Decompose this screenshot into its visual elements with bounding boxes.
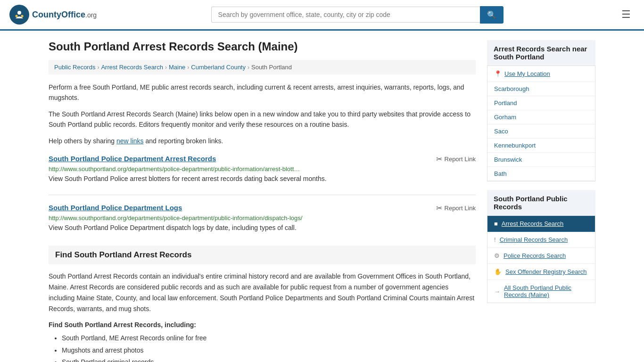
public-records-title: South Portland Public Records xyxy=(494,195,568,211)
content-area: South Portland Arrest Records Search (Ma… xyxy=(49,40,476,362)
search-input[interactable] xyxy=(211,7,480,23)
nearby-bath[interactable]: Bath xyxy=(487,167,595,181)
use-location-link[interactable]: Use My Location xyxy=(504,70,550,77)
bullet-item-1: South Portland, ME Arrest Records online… xyxy=(62,332,476,344)
all-records-link[interactable]: All South Portland Public Records (Maine… xyxy=(504,284,588,298)
breadcrumb-sep-1: › xyxy=(97,64,99,71)
search-button[interactable]: 🔍 xyxy=(480,6,504,24)
report-link-button-1[interactable]: ✂ Report Link xyxy=(436,155,476,164)
breadcrumb-sep-4: › xyxy=(248,64,249,71)
all-records-icon: → xyxy=(494,288,500,295)
location-icon: 📍 xyxy=(494,70,502,77)
breadcrumb-arrest-records-search[interactable]: Arrest Records Search xyxy=(101,64,163,71)
sidebar-item-sex-offender[interactable]: ✋ Sex Offender Registry Search xyxy=(487,264,595,280)
find-section-heading: Find South Portland Arrest Records xyxy=(49,246,476,264)
nearby-portland[interactable]: Portland xyxy=(487,96,595,110)
link-card-1-url: http://www.southportland.org/departments… xyxy=(49,165,476,173)
nearby-saco[interactable]: Saco xyxy=(487,124,595,139)
sidebar-item-criminal-records[interactable]: ! Criminal Records Search xyxy=(487,232,595,248)
svg-point-3 xyxy=(21,15,24,17)
criminal-records-icon: ! xyxy=(494,236,496,243)
svg-point-2 xyxy=(16,15,18,17)
intro-p3-post: and reporting broken links. xyxy=(144,137,223,145)
sex-offender-icon: ✋ xyxy=(494,268,502,275)
use-location[interactable]: 📍 Use My Location xyxy=(487,66,595,82)
hamburger-menu-button[interactable]: ☰ xyxy=(618,7,635,23)
header: CountyOffice.org 🔍 ☰ xyxy=(0,0,644,31)
breadcrumb-sep-3: › xyxy=(187,64,189,71)
new-links-link[interactable]: new links xyxy=(116,137,144,145)
police-records-icon: ⚙ xyxy=(494,252,500,259)
logo-text: CountyOffice.org xyxy=(32,10,97,20)
nearby-section-heading: Arrest Records Search near South Portlan… xyxy=(487,40,595,66)
police-records-link[interactable]: Police Records Search xyxy=(504,252,566,259)
public-records-section-heading: South Portland Public Records xyxy=(487,190,595,215)
nearby-scarborough[interactable]: Scarborough xyxy=(487,82,595,96)
link-card-2: South Portland Police Department Logs ✂ … xyxy=(49,204,476,237)
intro-paragraph-3: Help others by sharing new links and rep… xyxy=(49,136,476,146)
sidebar-item-all-records[interactable]: → All South Portland Public Records (Mai… xyxy=(487,280,595,303)
link-card-2-url: http://www.southportland.org/departments… xyxy=(49,214,476,222)
link-card-1-title[interactable]: South Portland Police Department Arrest … xyxy=(49,155,216,163)
arrest-records-icon: ■ xyxy=(494,220,498,227)
breadcrumb-public-records[interactable]: Public Records xyxy=(54,64,95,71)
divider-1 xyxy=(49,195,476,195)
link-card-1-desc: View South Portland Police arrest blotte… xyxy=(49,175,476,182)
breadcrumb-south-portland: South Portland xyxy=(251,64,292,71)
sidebar: Arrest Records Search near South Portlan… xyxy=(487,40,595,362)
sex-offender-link[interactable]: Sex Offender Registry Search xyxy=(505,268,586,275)
public-records-items: ■ Arrest Records Search ! Criminal Recor… xyxy=(487,215,595,303)
svg-point-1 xyxy=(17,11,21,15)
main-container: South Portland Arrest Records Search (Ma… xyxy=(39,31,605,362)
arrest-records-link[interactable]: Arrest Records Search xyxy=(502,220,564,227)
nearby-kennebunkport[interactable]: Kennebunkport xyxy=(487,139,595,153)
nearby-container: 📍 Use My Location Scarborough Portland G… xyxy=(487,66,595,181)
report-link-button-2[interactable]: ✂ Report Link xyxy=(436,204,476,213)
sidebar-item-arrest-records[interactable]: ■ Arrest Records Search xyxy=(487,216,595,232)
report-icon-1: ✂ xyxy=(436,155,442,164)
report-icon-2: ✂ xyxy=(436,204,442,213)
find-paragraph: South Portland Arrest Records contain an… xyxy=(49,271,476,314)
intro-paragraph-1: Perform a free South Portland, ME public… xyxy=(49,82,476,103)
link-card-2-desc: View South Portland Police Department di… xyxy=(49,224,476,231)
breadcrumb-sep-2: › xyxy=(165,64,167,71)
bullet-item-3: South Portland criminal records xyxy=(62,356,476,362)
nearby-gorham[interactable]: Gorham xyxy=(487,110,595,124)
intro-paragraph-2: The South Portland Arrest Records Search… xyxy=(49,109,476,130)
link-card-2-title[interactable]: South Portland Police Department Logs xyxy=(49,204,182,212)
breadcrumb-cumberland-county[interactable]: Cumberland County xyxy=(191,64,246,71)
bullet-item-2: Mugshots and arrest photos xyxy=(62,345,476,356)
breadcrumb: Public Records › Arrest Records Search ›… xyxy=(49,60,476,74)
breadcrumb-maine[interactable]: Maine xyxy=(169,64,185,71)
nearby-title: Arrest Records Search near South Portlan… xyxy=(494,45,587,61)
intro-p3-pre: Help others by sharing xyxy=(49,137,116,145)
logo-area[interactable]: CountyOffice.org xyxy=(9,5,97,25)
link-card-1: South Portland Police Department Arrest … xyxy=(49,155,476,188)
page-title: South Portland Arrest Records Search (Ma… xyxy=(49,40,476,53)
nearby-brunswick[interactable]: Brunswick xyxy=(487,153,595,167)
find-subtitle: Find South Portland Arrest Records, incl… xyxy=(49,321,476,329)
criminal-records-link[interactable]: Criminal Records Search xyxy=(500,236,568,243)
search-area: 🔍 xyxy=(211,6,504,24)
bullet-list: South Portland, ME Arrest Records online… xyxy=(62,332,476,362)
sidebar-item-police-records[interactable]: ⚙ Police Records Search xyxy=(487,248,595,264)
logo-icon xyxy=(9,5,29,25)
